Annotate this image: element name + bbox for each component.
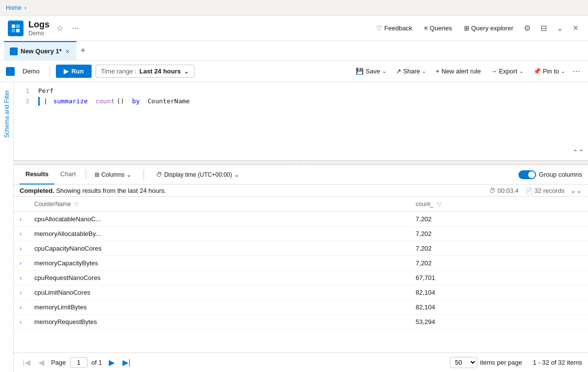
code-count: count (96, 96, 115, 107)
app-logo (8, 21, 24, 36)
queries-button[interactable]: ≡ Queries (421, 23, 455, 34)
toolbar-more-button[interactable]: ··· (571, 64, 582, 78)
share-button[interactable]: ↗ Share ⌄ (392, 65, 430, 77)
page-prev-button[interactable]: ◀ (35, 357, 47, 368)
table-row: › memoryCapacityBytes 7,202 (14, 256, 588, 271)
page-last-button[interactable]: ▶| (120, 357, 133, 368)
display-time-button[interactable]: ⏱ Display time (UTC+00:00) ⌄ (152, 169, 243, 180)
tab-icon (10, 47, 18, 55)
code-space (90, 96, 94, 107)
expand-icon[interactable]: ⌄ (555, 22, 565, 35)
columns-icon: ⊞ (95, 171, 99, 178)
items-per-page-label: items per page (480, 359, 522, 366)
code-parens: () (117, 96, 124, 107)
new-alert-button[interactable]: + New alert rule (432, 65, 485, 77)
export-icon: → (490, 68, 497, 75)
feedback-icon: ♡ (376, 24, 382, 32)
row-expand-button[interactable]: › (20, 245, 22, 252)
row-count: 7,202 (410, 241, 588, 256)
page-input[interactable] (70, 357, 88, 368)
row-expand-button[interactable]: › (20, 289, 22, 296)
table-row: › cpuLimitNanoCores 82,104 (14, 285, 588, 300)
filter-icon-count[interactable]: ▽ (437, 201, 441, 207)
time-range-value: Last 24 hours (139, 68, 181, 75)
breadcrumb-home[interactable]: Home (6, 4, 22, 11)
feedback-button[interactable]: ♡ Feedback (373, 23, 415, 34)
sidebar-toggle[interactable]: Schema and Filter (0, 82, 14, 372)
code-line-2: | summarize count () by CounterName (38, 96, 588, 107)
row-count: 7,202 (410, 256, 588, 271)
status-detail: Showing results from the last 24 hours. (56, 187, 166, 194)
duration-metric: ⏱ 00:03.4 (489, 187, 518, 194)
row-counter-name: cpuAllocatableNanoC... (28, 212, 410, 227)
line-numbers: 1 2 (14, 86, 33, 107)
view-toggle-icon[interactable]: ⊟ (539, 22, 549, 35)
code-by-space (126, 96, 130, 107)
status-right: ⏱ 00:03.4 📄 32 records ⌄⌄ (489, 186, 582, 194)
tabs-bar: New Query 1* × + (0, 41, 588, 61)
row-count: 7,202 (410, 212, 588, 227)
per-page-select[interactable]: 50 100 200 (450, 357, 477, 368)
table-body: › cpuAllocatableNanoC... 7,202 › memoryA… (14, 212, 588, 329)
app-subtitle: Demo (28, 30, 49, 37)
time-range-caret: ⌄ (184, 68, 189, 75)
tab-close-button[interactable]: × (65, 47, 71, 55)
tab-results[interactable]: Results (20, 165, 54, 185)
resize-handle[interactable]: · · · (14, 161, 588, 164)
page-next-button[interactable]: ▶ (106, 357, 118, 368)
row-count: 53,294 (410, 315, 588, 329)
favorite-icon[interactable]: ☆ (54, 22, 65, 35)
row-expand-cell: › (14, 256, 28, 271)
toolbar-divider (49, 67, 50, 76)
run-button[interactable]: ▶ Run (56, 65, 92, 78)
row-expand-button[interactable]: › (20, 260, 22, 267)
clock-small-icon: ⏱ (489, 187, 495, 194)
svg-rect-3 (16, 29, 20, 32)
page-first-button[interactable]: |◀ (20, 357, 33, 368)
row-expand-cell: › (14, 285, 28, 300)
table-row: › cpuAllocatableNanoC... 7,202 (14, 212, 588, 227)
svg-rect-0 (12, 24, 15, 28)
row-counter-name: memoryAllocatableBy... (28, 227, 410, 241)
workspace-icon (6, 67, 15, 76)
status-expand-icon[interactable]: ⌄⌄ (570, 186, 582, 194)
row-counter-name: memoryCapacityBytes (28, 256, 410, 271)
row-expand-button[interactable]: › (20, 216, 22, 223)
row-expand-button[interactable]: › (20, 275, 22, 281)
tab-chart[interactable]: Chart (54, 165, 82, 185)
line-indicator (38, 97, 40, 106)
row-counter-name: cpuLimitNanoCores (28, 285, 410, 300)
group-columns-switch[interactable] (518, 170, 536, 179)
query-explorer-button[interactable]: ⊞ Query explorer (461, 23, 516, 34)
main-layout: Schema and Filter 1 2 Perf | summarize c… (0, 82, 588, 372)
table-row: › memoryRequestBytes 53,294 (14, 315, 588, 329)
row-expand-button[interactable]: › (20, 319, 22, 326)
tab-new-query[interactable]: New Query 1* × (4, 41, 76, 61)
editor-area[interactable]: 1 2 Perf | summarize count () by (14, 82, 588, 161)
code-area[interactable]: Perf | summarize count () by CounterName (38, 86, 588, 107)
row-expand-cell: › (14, 271, 28, 285)
row-count: 7,202 (410, 227, 588, 241)
export-button[interactable]: → Export ⌄ (487, 65, 527, 77)
more-options-icon[interactable]: ··· (70, 22, 80, 35)
tab-add-button[interactable]: + (76, 44, 90, 58)
status-text: Completed. Showing results from the last… (20, 187, 166, 194)
pin-caret: ⌄ (561, 69, 565, 74)
row-expand-button[interactable]: › (20, 231, 22, 237)
results-table: CounterName ▽ count_ ▽ › cpuAlloc (14, 197, 588, 329)
time-range-button[interactable]: Time range : Last 24 hours ⌄ (96, 65, 195, 78)
row-expand-cell: › (14, 300, 28, 315)
settings-icon[interactable]: ⚙ (522, 22, 533, 35)
row-expand-cell: › (14, 227, 28, 241)
row-expand-cell: › (14, 315, 28, 329)
close-button[interactable]: × (571, 21, 580, 35)
results-pane: Results Chart ⊞ Columns ⌄ ⏱ Display time… (14, 164, 588, 372)
editor-collapse-button[interactable]: ⌃⌃ (572, 148, 584, 156)
row-counter-name: memoryRequestBytes (28, 315, 410, 329)
row-expand-button[interactable]: › (20, 304, 22, 311)
sidebar-label: Schema and Filter (3, 82, 10, 145)
columns-button[interactable]: ⊞ Columns ⌄ (90, 169, 136, 180)
pin-to-button[interactable]: 📌 Pin to ⌄ (529, 65, 569, 77)
save-button[interactable]: 💾 Save ⌄ (352, 65, 390, 77)
filter-icon-countername[interactable]: ▽ (74, 201, 78, 207)
